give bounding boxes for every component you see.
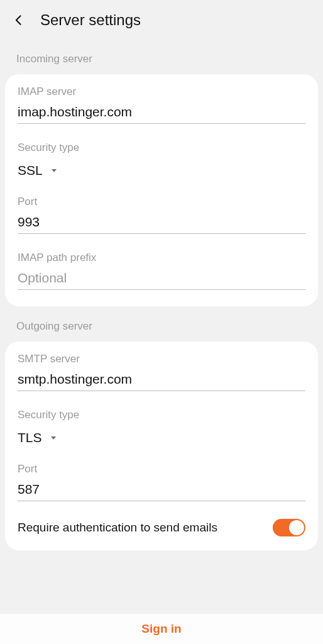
imap-prefix-label: IMAP path prefix: [18, 252, 305, 264]
incoming-card: IMAP server Security type SSL Port IMAP …: [5, 74, 318, 306]
incoming-section-title: Incoming server: [0, 45, 323, 74]
imap-server-label: IMAP server: [18, 86, 305, 98]
header: Server settings: [0, 0, 323, 45]
imap-server-field: IMAP server: [18, 86, 305, 124]
outgoing-security-label: Security type: [18, 409, 305, 421]
imap-prefix-field: IMAP path prefix: [18, 252, 305, 290]
chevron-down-icon: [48, 433, 58, 443]
smtp-server-field: SMTP server: [18, 353, 305, 391]
outgoing-port-field: Port: [18, 463, 305, 501]
chevron-down-icon: [49, 165, 59, 175]
incoming-port-label: Port: [18, 196, 305, 208]
outgoing-section-title: Outgoing server: [0, 306, 323, 341]
outgoing-security-select[interactable]: TLS: [18, 430, 58, 445]
page-title: Server settings: [40, 11, 141, 29]
outgoing-card: SMTP server Security type TLS Port Requi…: [5, 341, 318, 550]
smtp-server-input[interactable]: [18, 370, 305, 391]
incoming-security-select[interactable]: SSL: [18, 163, 59, 178]
back-icon[interactable]: [13, 14, 25, 26]
outgoing-port-input[interactable]: [18, 480, 305, 501]
auth-toggle-row: Require authentication to send emails: [18, 519, 305, 536]
svg-marker-1: [51, 436, 56, 440]
sign-in-button[interactable]: Sign in: [141, 622, 181, 636]
outgoing-security-value: TLS: [18, 430, 42, 445]
incoming-security-field: Security type SSL: [18, 142, 305, 178]
svg-marker-0: [52, 169, 57, 172]
imap-prefix-input[interactable]: [18, 269, 305, 290]
imap-server-input[interactable]: [18, 103, 305, 124]
incoming-security-value: SSL: [18, 163, 43, 178]
auth-toggle[interactable]: [273, 519, 305, 536]
incoming-security-label: Security type: [18, 142, 305, 154]
footer: Sign in: [0, 614, 323, 644]
smtp-server-label: SMTP server: [18, 353, 305, 365]
incoming-port-input[interactable]: [18, 213, 305, 234]
incoming-port-field: Port: [18, 196, 305, 234]
outgoing-port-label: Port: [18, 463, 305, 475]
outgoing-security-field: Security type TLS: [18, 409, 305, 445]
auth-toggle-label: Require authentication to send emails: [18, 520, 265, 536]
